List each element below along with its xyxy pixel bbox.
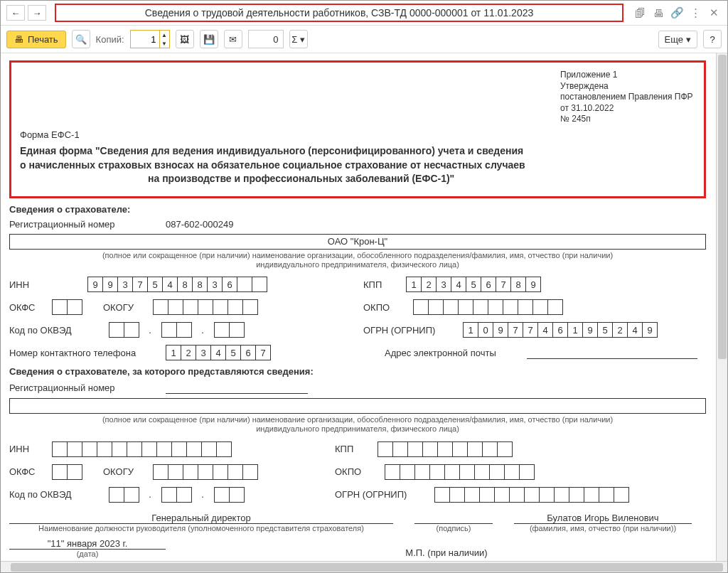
titlebar: ← → Сведения о трудовой деятельности раб… [1,1,727,26]
okved-label: Код по ОКВЭД [9,325,102,336]
okpo2-label: ОКПО [335,466,378,477]
save-button[interactable]: 💾 [200,30,218,48]
mail-button[interactable]: ✉ [224,30,242,48]
copies-label: Копий: [96,34,124,45]
form-title: Единая форма "Сведения для ведения индив… [20,144,695,186]
email-label: Адрес электронной почты [385,348,520,358]
print-icon[interactable]: 🖶 [651,5,666,21]
save-icon[interactable]: 🗐 [632,5,648,21]
app-window: ← → Сведения о трудовой деятельности раб… [0,0,728,573]
copies-input[interactable] [131,31,159,48]
more-button[interactable]: Еще ▾ [658,31,697,48]
okfs-label: ОКФС [9,302,45,313]
nav-back-button[interactable]: ← [6,5,25,21]
phone-label: Номер контактного телефона [9,348,159,358]
inn2-label: ИНН [9,444,45,454]
org2-name-field [9,398,706,414]
spinner-up-icon[interactable]: ▲ [160,31,169,39]
okogu-label: ОКОГУ [103,302,146,313]
reg2-label: Регистрационный номер [9,382,159,393]
printer-icon: 🖶 [14,34,23,45]
close-icon[interactable]: ✕ [706,5,722,21]
reg-label: Регистрационный номер [9,219,159,230]
reg-value: 087-602-000249 [166,219,233,230]
ogrn-cells: 1097746195249 [463,322,657,338]
preview-button[interactable]: 🔍 [72,30,90,48]
inn-cells: 9 9 3 7 5 4 8 8 3 6 [87,277,267,292]
kpp2-label: КПП [335,444,370,454]
kpp-label: КПП [363,279,399,290]
scrollbar-vertical[interactable] [716,53,727,561]
signature-row: Генеральный директор Наименование должно… [9,513,706,532]
insurer2-title: Сведения о страхователе, за которого пре… [9,366,706,377]
okogu2-label: ОКОГУ [103,466,146,477]
link-icon[interactable]: 🔗 [669,5,685,21]
menu-dots-icon[interactable]: ⋮ [687,5,703,21]
spinner-down-icon[interactable]: ▼ [160,39,169,48]
inn-label: ИНН [9,279,80,290]
mp-label: М.П. (при наличии) [187,547,706,558]
print-button-label: Печать [28,34,58,45]
okpo-label: ОКПО [363,302,406,313]
org2-hint: (полное или сокращенное (при наличии) на… [9,415,706,434]
insurer2-section: Сведения о страхователе, за которого пре… [9,366,706,502]
document-area: Приложение 1 Утверждена постановлением П… [1,53,727,561]
insurer-title: Сведения о страхователе: [9,204,706,215]
copies-spinner[interactable]: ▲ ▼ [130,30,170,48]
appendix-block: Приложение 1 Утверждена постановлением П… [560,70,695,125]
form-code: Форма ЕФС-1 [20,129,695,140]
okfs2-label: ОКФС [9,466,45,477]
help-button[interactable]: ? [703,30,722,48]
tool-btn-1[interactable]: 🖼 [176,30,194,48]
insurer-section: Сведения о страхователе: Регистрационный… [9,204,706,360]
okved2-label: Код по ОКВЭД [9,489,102,500]
kpp-cells: 1 2 3 4 5 6 7 8 9 [406,277,540,292]
header-block: Приложение 1 Утверждена постановлением П… [9,60,706,198]
toolbar: 🖶 Печать 🔍 Копий: ▲ ▼ 🖼 💾 ✉ 0 Σ ▾ Еще ▾ … [1,26,727,53]
nav-forward-button[interactable]: → [28,5,46,21]
phone-cells: 1234567 [166,345,270,360]
sigma-button[interactable]: Σ ▾ [289,30,308,48]
print-button[interactable]: 🖶 Печать [6,31,66,48]
window-title: Сведения о трудовой деятельности работни… [55,4,623,22]
zero-field[interactable]: 0 [248,30,284,48]
scrollbar-horizontal[interactable] [1,561,727,572]
chevron-down-icon: ▾ [686,34,691,45]
org-hint: (полное или сокращенное (при наличии) на… [9,251,706,269]
ogrn2-label: ОГРН (ОГРНИП) [335,489,427,500]
email-field [527,346,697,359]
org-name-field: ОАО "Крон-Ц" [9,234,706,250]
ogrn-label: ОГРН (ОГРНИП) [363,325,456,336]
